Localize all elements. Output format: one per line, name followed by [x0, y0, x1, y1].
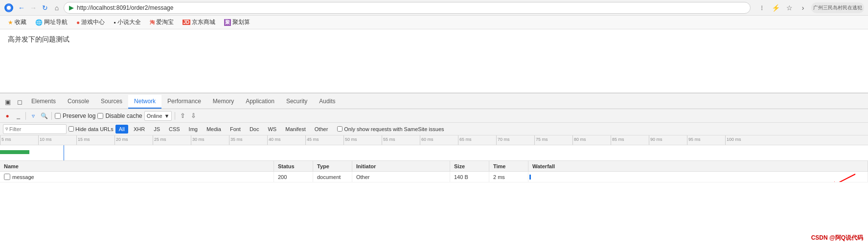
filter-type-other[interactable]: Other — [311, 125, 332, 134]
svg-point-1 — [7, 6, 11, 10]
tick-70ms: 70 ms — [496, 135, 510, 145]
table-row[interactable]: message 200 document Other 140 B 2 ms — [0, 172, 868, 182]
browser-titlebar: ← → ↻ ⌂ ▶ http://localhost:8091/order2/m… — [0, 0, 868, 16]
table-header: Name Status Type Initiator Size Time Wat… — [0, 161, 868, 172]
filter-bar: ▿ Hide data URLs All XHR JS CSS Img Medi… — [0, 123, 868, 135]
tab-console[interactable]: Console — [62, 95, 95, 109]
bolt-icon[interactable]: ⚡ — [770, 2, 781, 13]
filter-type-manifest[interactable]: Manifest — [282, 125, 309, 134]
row-name: message — [12, 174, 34, 180]
td-name: message — [0, 172, 274, 182]
security-icon: ▶ — [69, 4, 74, 11]
samesite-checkbox[interactable] — [337, 126, 343, 132]
back-button[interactable]: ← — [17, 3, 26, 13]
search-button[interactable]: 🔍 — [40, 112, 48, 120]
preserve-log-checkbox[interactable]: Preserve log — [55, 112, 95, 119]
bookmark-label: 爱淘宝 — [156, 18, 174, 26]
hide-data-urls-input[interactable] — [69, 126, 74, 132]
tick-15ms: 15 ms — [76, 135, 90, 145]
tab-network[interactable]: Network — [128, 95, 161, 109]
bookmark-novel[interactable]: ▪ 小说大全 — [110, 17, 144, 27]
tab-security[interactable]: Security — [280, 95, 313, 109]
disable-cache-checkbox[interactable]: Disable cache — [97, 112, 142, 119]
tab-sources[interactable]: Sources — [95, 95, 128, 109]
waterfall-bar — [529, 175, 531, 180]
tick-90ms: 90 ms — [649, 135, 662, 145]
bookmark-favorites[interactable]: ★ 收藏 — [4, 17, 30, 27]
filter-type-media[interactable]: Media — [203, 125, 225, 134]
jhs-icon: 聚 — [224, 19, 231, 26]
timeline-bar-green — [0, 150, 29, 154]
filter-button[interactable]: ▿ — [29, 112, 38, 120]
hide-data-urls-label: Hide data URLs — [75, 126, 114, 132]
disable-cache-input[interactable] — [97, 113, 103, 119]
record-button[interactable]: ● — [3, 112, 12, 120]
bookmark-label: 京东商城 — [192, 18, 215, 26]
bookmark-jd[interactable]: JD 京东商城 — [179, 17, 220, 27]
browser-logo — [4, 3, 14, 13]
timeline-ruler: 5 ms 10 ms 15 ms 20 ms 25 ms 30 ms 35 ms… — [0, 135, 868, 145]
filter-type-ws[interactable]: WS — [264, 125, 280, 134]
bookmark-games[interactable]: ● 游戏中心 — [72, 17, 109, 27]
forward-button[interactable]: → — [28, 3, 38, 13]
throttle-chevron: ▼ — [164, 113, 170, 119]
tick-30ms: 30 ms — [191, 135, 205, 145]
tab-elements[interactable]: Elements — [25, 95, 62, 109]
tab-performance[interactable]: Performance — [161, 95, 207, 109]
clear-button[interactable]: ⎯ — [14, 112, 23, 120]
hide-data-urls-checkbox[interactable]: Hide data URLs — [69, 126, 114, 132]
inspect-element-button[interactable]: ▣ — [2, 95, 14, 109]
bookmark-label: 聚划算 — [232, 18, 250, 26]
throttle-value: Online — [147, 113, 162, 119]
separator3 — [175, 112, 175, 120]
th-type: Type — [313, 161, 352, 171]
filter-input[interactable] — [9, 126, 58, 132]
bookmark-taobao[interactable]: 淘 爱淘宝 — [146, 17, 178, 27]
filter-type-all[interactable]: All — [115, 125, 128, 134]
svg-line-3 — [833, 174, 855, 182]
filter-type-js[interactable]: JS — [150, 125, 163, 134]
jd-icon: JD — [183, 20, 191, 25]
filter-type-font[interactable]: Font — [227, 125, 244, 134]
user-profile[interactable]: 广州三民岛村民在逃犯 — [811, 2, 864, 13]
td-time: 2 ms — [489, 172, 528, 182]
td-waterfall — [528, 172, 868, 182]
chevron-icon[interactable]: › — [798, 2, 808, 13]
filter-type-doc[interactable]: Doc — [246, 125, 263, 134]
th-status: Status — [274, 161, 313, 171]
separator2 — [51, 112, 52, 120]
tick-75ms: 75 ms — [534, 135, 548, 145]
export-button[interactable]: ⇩ — [189, 112, 198, 120]
device-toggle-button[interactable]: ◻ — [14, 95, 25, 109]
row-checkbox[interactable] — [4, 174, 10, 180]
preserve-log-input[interactable] — [55, 113, 61, 119]
td-size: 140 B — [450, 172, 489, 182]
tick-100ms: 100 ms — [725, 135, 741, 145]
bookmark-label: 收藏 — [15, 18, 26, 26]
filter-type-img[interactable]: Img — [185, 125, 201, 134]
star-icon[interactable]: ☆ — [784, 2, 795, 13]
tab-memory[interactable]: Memory — [207, 95, 240, 109]
bookmark-label: 游戏中心 — [81, 18, 105, 26]
game-icon: ● — [76, 19, 80, 26]
bookmark-jhs[interactable]: 聚 聚划算 — [220, 17, 254, 27]
taobao-icon: 淘 — [150, 19, 155, 26]
filter-input-wrap: ▿ — [3, 124, 67, 134]
bookmark-label: 小说大全 — [117, 18, 141, 26]
tick-5ms: 5 ms — [0, 135, 11, 145]
disable-cache-label: Disable cache — [105, 112, 142, 119]
grid-icon[interactable]: ⁝ — [756, 2, 767, 13]
filter-type-xhr[interactable]: XHR — [130, 125, 148, 134]
bookmark-nav[interactable]: 🌐 网址导航 — [31, 17, 71, 27]
address-bar[interactable]: ▶ http://localhost:8091/order2/message — [64, 2, 751, 14]
throttle-selector[interactable]: Online ▼ — [144, 111, 172, 121]
url-text: http://localhost:8091/order2/message — [77, 4, 745, 11]
import-button[interactable]: ⇧ — [178, 112, 187, 120]
filter-type-css[interactable]: CSS — [165, 125, 183, 134]
tick-65ms: 65 ms — [458, 135, 472, 145]
tick-20ms: 20 ms — [114, 135, 128, 145]
refresh-button[interactable]: ↻ — [40, 3, 50, 13]
home-button[interactable]: ⌂ — [52, 3, 62, 13]
tab-audits[interactable]: Audits — [313, 95, 341, 109]
tab-application[interactable]: Application — [240, 95, 280, 109]
